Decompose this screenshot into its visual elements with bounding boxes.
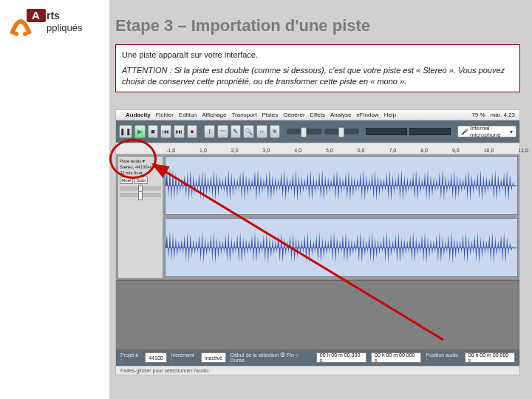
- tool-timeshift[interactable]: ↔: [256, 125, 267, 138]
- menu-battery: 79 %: [471, 112, 485, 118]
- project-rate-field[interactable]: 44100: [145, 352, 166, 363]
- toolbar: ❚❚ ▶ ■ ⏮ ⏭ ● I 〰 ✎ 🔍 ↔ ✳ 🎤 Internal micr…: [116, 120, 519, 143]
- mac-menubar: Audacity Fichier Edition Affichage Trans…: [116, 110, 519, 120]
- track-control-panel[interactable]: Piste audio ▾ Stéréo, 44100Hz 32 bits fl…: [117, 156, 163, 279]
- pan-slider[interactable]: [120, 193, 161, 197]
- menu-item: Transport: [232, 112, 257, 118]
- snap-field[interactable]: Inactivé: [201, 352, 226, 363]
- menu-item: Analyse: [330, 112, 351, 118]
- svg-text:A: A: [32, 9, 40, 21]
- menu-item: Générer: [283, 112, 304, 118]
- svg-point-0: [14, 32, 18, 36]
- pause-button[interactable]: ❚❚: [119, 125, 132, 138]
- menu-item: eFindow: [356, 112, 378, 118]
- snap-label: Incrément :: [171, 352, 197, 363]
- tool-draw[interactable]: ✎: [231, 125, 242, 138]
- svg-text:rts: rts: [47, 10, 60, 21]
- waveform-left: [165, 156, 518, 215]
- play-button[interactable]: ▶: [134, 125, 146, 138]
- page-title: Etape 3 – Importation d'une piste: [115, 16, 370, 35]
- info-intro: Une piste apparaît sur votre interface.: [122, 50, 514, 61]
- mute-button[interactable]: Muet: [120, 177, 133, 184]
- project-rate-label: Projet à :: [120, 352, 140, 363]
- gain-slider[interactable]: [120, 186, 161, 191]
- selection-start-field[interactable]: 00 h 00 m 00.000 s: [316, 352, 366, 363]
- skip-end-button[interactable]: ⏭: [174, 125, 185, 138]
- audacity-screenshot: Audacity Fichier Edition Affichage Trans…: [115, 109, 520, 375]
- svg-text:ppliqués: ppliqués: [47, 22, 83, 33]
- selection-end-field[interactable]: 00 h 00 m 00.000 s: [371, 352, 421, 363]
- tool-multi[interactable]: ✳: [270, 125, 281, 138]
- menu-app-name: Audacity: [126, 112, 151, 118]
- menu-item: Pistes: [262, 112, 278, 118]
- skip-start-button[interactable]: ⏮: [160, 125, 171, 138]
- track-format: Stéréo, 44100Hz: [120, 165, 161, 169]
- timeline-ruler: -1,01,02,0 3,04,05,0 6,07,08,0 9,010,011…: [116, 143, 519, 154]
- tool-envelope[interactable]: 〰: [217, 125, 228, 138]
- audio-position-label: Position audio :: [426, 352, 460, 363]
- track-bit-depth: 32 bits float: [120, 171, 161, 175]
- track-name: Piste audio ▾: [120, 158, 161, 163]
- solo-button[interactable]: Solo: [134, 177, 148, 184]
- chevron-down-icon: ▾: [510, 129, 513, 135]
- mic-icon: 🎤: [461, 129, 468, 135]
- menu-item: Edition: [179, 112, 197, 118]
- stop-button[interactable]: ■: [148, 125, 159, 138]
- info-warning: ATTENTION : Si la piste est double (comm…: [122, 65, 514, 87]
- output-volume-slider[interactable]: [287, 129, 321, 134]
- status-bar: Faites-glisser pour sélectionner l'audio…: [116, 366, 519, 375]
- logo: A rts ppliqués: [4, 6, 100, 40]
- input-volume-slider[interactable]: [324, 129, 359, 134]
- tool-zoom[interactable]: 🔍: [243, 125, 254, 138]
- audio-position-field: 00 h 00 m 00.000 s: [465, 352, 515, 363]
- menu-item: Effets: [310, 112, 325, 118]
- input-device-combo[interactable]: 🎤 Internal microphone ▾: [457, 126, 516, 137]
- tracks-area: Piste audio ▾ Stéréo, 44100Hz 32 bits fl…: [116, 154, 519, 280]
- input-meter: [409, 128, 451, 135]
- tool-select[interactable]: I: [204, 125, 215, 138]
- selection-mode-label: Début de la sélection ⦿ Fin ○ Durée: [231, 352, 312, 363]
- menu-item: Affichage: [202, 112, 226, 118]
- svg-point-1: [23, 32, 27, 36]
- output-meter: [366, 128, 407, 135]
- info-box: Une piste apparaît sur votre interface. …: [115, 44, 520, 92]
- waveform-right: [165, 218, 518, 277]
- record-button[interactable]: ●: [187, 125, 198, 138]
- selection-toolbar: Projet à : 44100 Incrément : Inactivé Dé…: [116, 349, 519, 366]
- menu-item: Fichier: [156, 112, 174, 118]
- menu-clock: mar. 4:23: [491, 112, 515, 118]
- menu-item: Help: [384, 112, 396, 118]
